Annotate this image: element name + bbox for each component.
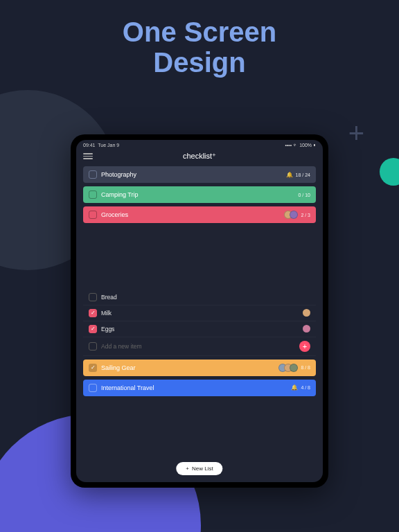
- item-text: Eggs: [101, 326, 299, 332]
- bell-icon: 🔔: [291, 384, 298, 391]
- checkbox-icon[interactable]: ✓: [89, 309, 97, 317]
- item-row[interactable]: ✓ Eggs: [83, 321, 316, 337]
- app-title: checklist⁺: [183, 152, 216, 161]
- checkbox-icon: [89, 342, 97, 351]
- checkbox-icon[interactable]: [89, 190, 97, 199]
- item-row[interactable]: Bread: [83, 290, 316, 305]
- menu-icon[interactable]: [83, 153, 93, 159]
- list-row-groceries[interactable]: Groceries 2 / 3: [83, 206, 316, 223]
- list-row-photography[interactable]: Photography 🔔 18 / 24: [83, 166, 316, 183]
- list-counter: 8 / 8: [301, 365, 310, 370]
- add-item-row[interactable]: Add a new item +: [83, 337, 316, 356]
- add-item-placeholder[interactable]: Add a new item: [101, 343, 295, 350]
- item-row[interactable]: ✓ Milk: [83, 305, 316, 321]
- avatar: [303, 325, 310, 332]
- list-row-travel[interactable]: International Travel 🔔 4 / 8: [83, 380, 316, 396]
- headline: One ScreenDesign: [0, 17, 399, 78]
- checkbox-icon[interactable]: [89, 293, 97, 301]
- avatars: [278, 364, 298, 372]
- item-text: Bread: [101, 294, 310, 301]
- list-title: Camping Trip: [101, 191, 294, 198]
- checkbox-icon[interactable]: [89, 384, 97, 392]
- list-row-camping[interactable]: Camping Trip 0 / 10: [83, 186, 316, 203]
- checkbox-icon[interactable]: ✓: [89, 364, 97, 372]
- item-text: Milk: [101, 310, 299, 317]
- list-counter: 2 / 3: [301, 213, 310, 218]
- status-bar: 09:41 Tue Jan 9 •••• ᯤ 100% ▮: [76, 140, 323, 149]
- list-title: Sailing Gear: [101, 364, 274, 371]
- list-counter: 18 / 24: [296, 172, 310, 177]
- list-title: Groceries: [101, 211, 280, 218]
- list-counter: 4 / 8: [301, 385, 310, 390]
- avatars: [284, 211, 298, 219]
- tablet-frame: 09:41 Tue Jan 9 •••• ᯤ 100% ▮ checklist⁺…: [71, 134, 328, 488]
- new-list-button[interactable]: + New List: [176, 462, 222, 475]
- checkbox-icon[interactable]: ✓: [89, 325, 97, 333]
- list-row-sailing[interactable]: ✓ Sailing Gear 8 / 8: [83, 360, 316, 376]
- list-title: Photography: [101, 171, 282, 178]
- list-title: International Travel: [101, 384, 287, 391]
- avatar: [303, 309, 310, 317]
- bell-icon: 🔔: [286, 172, 293, 178]
- decorative-plus-icon: +: [348, 118, 364, 149]
- checkbox-icon[interactable]: [89, 211, 97, 219]
- list-counter: 0 / 10: [298, 193, 310, 197]
- plus-icon: +: [186, 466, 189, 472]
- checkbox-icon[interactable]: [89, 170, 97, 179]
- add-button[interactable]: +: [299, 341, 310, 352]
